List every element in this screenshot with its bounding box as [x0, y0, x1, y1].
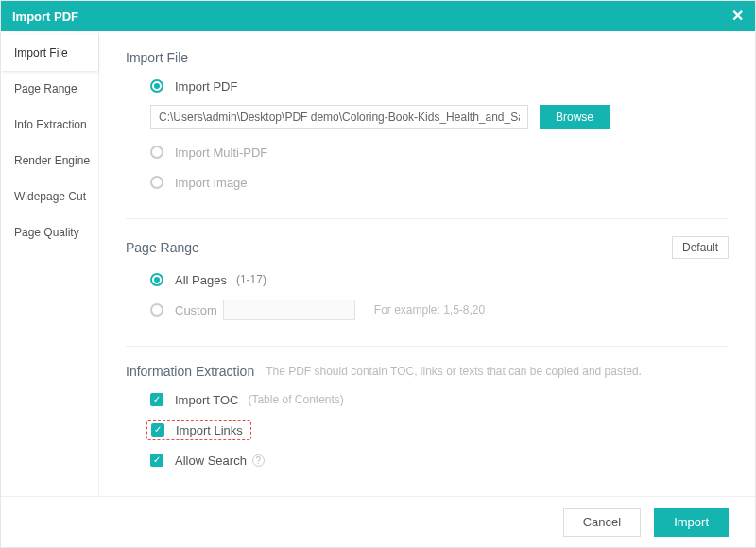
cancel-button[interactable]: Cancel	[563, 508, 641, 537]
browse-button[interactable]: Browse	[540, 105, 610, 129]
option-import-image[interactable]: Import Image	[150, 171, 729, 194]
section-import-file: Import File Import PDF Browse Import Mul…	[126, 50, 729, 219]
option-import-pdf[interactable]: Import PDF	[150, 75, 729, 97]
sidebar-item-label: Render Engine	[14, 154, 90, 167]
option-label[interactable]: Import Links	[176, 423, 243, 437]
pdf-path-input[interactable]	[150, 105, 528, 129]
option-all-pages[interactable]: All Pages (1-17)	[150, 268, 729, 291]
content-scroll[interactable]: Import File Import PDF Browse Import Mul…	[99, 31, 755, 496]
sidebar-item-info-extraction[interactable]: Info Extraction	[1, 107, 98, 143]
default-button[interactable]: Default	[672, 236, 729, 259]
option-custom-pages[interactable]: Custom For example: 1,5-8,20	[150, 299, 729, 321]
checkbox-icon[interactable]	[151, 423, 164, 437]
checkbox-icon	[150, 454, 163, 467]
close-icon[interactable]: ✕	[731, 9, 744, 24]
option-label: Import Multi-PDF	[175, 146, 267, 160]
section-title: Import File	[126, 50, 188, 65]
sidebar-item-widepage-cut[interactable]: Widepage Cut	[1, 179, 98, 214]
import-pdf-dialog: Import PDF ✕ Import File Page Range Info…	[0, 0, 756, 548]
dialog-footer: Cancel Import	[1, 496, 755, 547]
radio-icon	[150, 273, 163, 286]
help-icon[interactable]: ?	[252, 454, 265, 467]
radio-icon	[150, 176, 163, 189]
option-label: Import Image	[175, 176, 248, 190]
toc-hint: (Table of Contents)	[248, 393, 343, 406]
option-label: Import PDF	[175, 79, 237, 94]
dialog-body: Import File Page Range Info Extraction R…	[1, 31, 755, 496]
import-button[interactable]: Import	[654, 508, 729, 537]
sidebar-item-render-engine[interactable]: Render Engine	[1, 143, 98, 179]
radio-icon	[150, 79, 163, 93]
option-label: Custom	[175, 303, 217, 317]
sidebar: Import File Page Range Info Extraction R…	[1, 31, 99, 496]
all-pages-range: (1-17)	[236, 273, 266, 286]
section-page-range: Page Range Default All Pages (1-17) Cust…	[126, 236, 729, 347]
sidebar-item-import-file[interactable]: Import File	[1, 35, 98, 71]
option-label: Import TOC	[175, 393, 238, 407]
section-subtitle: The PDF should contain TOC, links or tex…	[266, 365, 642, 378]
option-import-links-highlight: Import Links	[146, 420, 251, 440]
option-label: All Pages	[175, 273, 227, 287]
sidebar-item-label: Page Range	[14, 82, 77, 95]
checkbox-icon	[150, 393, 163, 406]
section-title: Page Range	[126, 240, 199, 255]
section-title: Information Extraction	[126, 364, 254, 379]
option-label: Allow Search	[175, 454, 247, 468]
radio-icon	[150, 303, 163, 317]
sidebar-item-label: Widepage Cut	[14, 190, 86, 203]
sidebar-item-page-quality[interactable]: Page Quality	[1, 214, 98, 250]
dialog-title: Import PDF	[12, 9, 78, 24]
custom-range-input[interactable]	[223, 300, 355, 320]
radio-icon	[150, 146, 163, 159]
sidebar-item-page-range[interactable]: Page Range	[1, 71, 98, 107]
section-info-extraction: Information Extraction The PDF should co…	[126, 364, 729, 496]
sidebar-item-label: Info Extraction	[14, 118, 87, 131]
sidebar-item-label: Import File	[14, 46, 68, 60]
option-import-toc[interactable]: Import TOC (Table of Contents)	[150, 388, 729, 411]
option-import-multi-pdf[interactable]: Import Multi-PDF	[150, 141, 729, 163]
title-bar: Import PDF ✕	[1, 1, 755, 31]
option-allow-search[interactable]: Allow Search ?	[150, 449, 729, 471]
sidebar-item-label: Page Quality	[14, 226, 79, 239]
custom-range-hint: For example: 1,5-8,20	[374, 303, 485, 317]
